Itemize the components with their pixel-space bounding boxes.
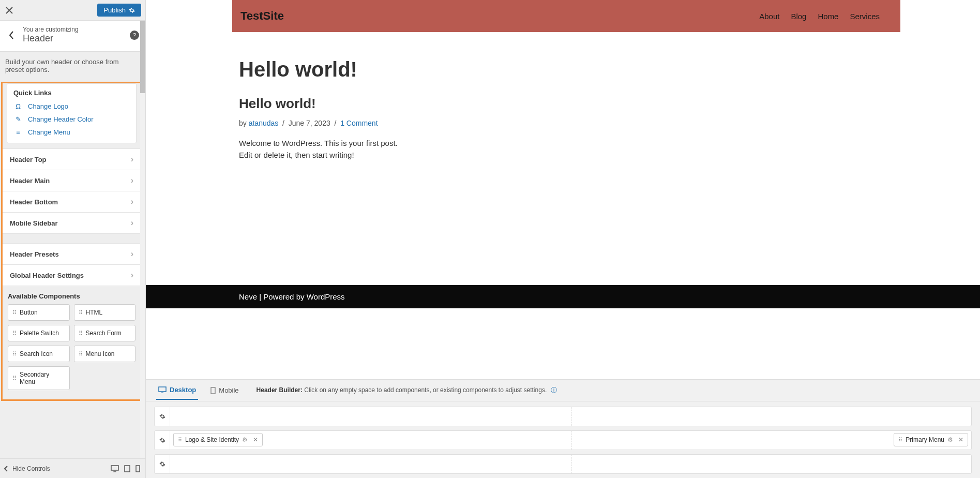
device-desktop-button[interactable]	[111, 465, 119, 472]
svg-rect-1	[125, 466, 130, 472]
tab-mobile[interactable]: Mobile	[208, 381, 240, 399]
preview-area: TestSite About Blog Home Services Hello …	[146, 0, 980, 478]
slot-remove-icon[interactable]: ✕	[253, 436, 258, 443]
component-label: Secondary Menu	[20, 371, 65, 385]
component-palette-switch[interactable]: ⠿Palette Switch	[8, 325, 70, 341]
chevron-right-icon: ›	[131, 218, 133, 228]
tab-label: Mobile	[219, 386, 238, 394]
page-title: Hello world!	[239, 58, 980, 81]
tablet-icon	[124, 465, 130, 472]
section-global-header-settings[interactable]: Global Header Settings ›	[3, 265, 141, 286]
gear-icon	[159, 437, 165, 443]
quick-links-panel: Quick Links Ω Change Logo ✎ Change Heade…	[7, 83, 137, 143]
builder-row-bottom[interactable]	[154, 454, 972, 474]
slot-logo-identity[interactable]: ⠿ Logo & Site Identity ⚙ ✕	[173, 433, 263, 446]
row-settings-button[interactable]	[155, 407, 170, 426]
panel-header: You are customizing Header ?	[0, 21, 145, 52]
builder-row-top[interactable]	[154, 407, 972, 426]
hide-controls-button[interactable]: Hide Controls	[3, 465, 50, 472]
component-menu-icon[interactable]: ⠿Menu Icon	[74, 346, 136, 362]
desktop-icon	[158, 386, 167, 394]
nav-link-home[interactable]: Home	[818, 12, 838, 21]
section-header-top[interactable]: Header Top ›	[3, 148, 141, 170]
gear-icon	[159, 461, 165, 467]
available-components-title: Available Components	[3, 286, 141, 304]
publish-button[interactable]: Publish	[97, 4, 141, 17]
chevron-right-icon: ›	[131, 155, 133, 164]
tab-label: Desktop	[170, 386, 196, 394]
comments-link[interactable]: 1 Comment	[340, 119, 378, 127]
row-settings-button[interactable]	[155, 431, 170, 450]
slot-label: Logo & Site Identity	[185, 436, 239, 443]
help-icon[interactable]: ?	[130, 31, 139, 40]
post-title[interactable]: Hello world!	[239, 96, 980, 112]
footer-wp-link[interactable]: WordPress	[307, 292, 345, 301]
tab-desktop[interactable]: Desktop	[156, 381, 198, 400]
component-label: Search Form	[86, 330, 122, 337]
sidebar-footer: Hide Controls	[0, 458, 145, 478]
info-icon[interactable]: ⓘ	[551, 386, 557, 394]
mobile-icon	[135, 465, 140, 472]
pencil-icon: ✎	[13, 115, 23, 123]
chevron-right-icon: ›	[131, 197, 133, 206]
svg-rect-3	[159, 387, 166, 392]
builder-hint: Header Builder: Click on any empty space…	[257, 386, 557, 395]
quick-link-change-header-color[interactable]: ✎ Change Header Color	[13, 113, 130, 126]
slot-settings-icon[interactable]: ⚙	[242, 436, 248, 443]
builder-tabs: Desktop Mobile Header Builder: Click on …	[146, 380, 980, 401]
component-search-icon[interactable]: ⠿Search Icon	[8, 346, 70, 362]
drag-icon: ⠿	[898, 437, 902, 443]
section-header-bottom[interactable]: Header Bottom ›	[3, 191, 141, 213]
nav-link-services[interactable]: Services	[850, 12, 880, 21]
sidebar-scrollbar[interactable]	[140, 21, 145, 458]
footer-theme-link[interactable]: Neve	[239, 292, 257, 301]
row-settings-button[interactable]	[155, 455, 170, 473]
chevron-right-icon: ›	[131, 249, 133, 259]
section-label: Header Main	[10, 177, 50, 185]
quick-link-change-logo[interactable]: Ω Change Logo	[13, 100, 130, 113]
chevron-right-icon: ›	[131, 271, 133, 280]
component-label: Button	[20, 309, 38, 316]
section-header-main[interactable]: Header Main ›	[3, 170, 141, 191]
svg-rect-4	[211, 387, 215, 394]
quick-link-change-menu[interactable]: ≡ Change Menu	[13, 126, 130, 139]
close-customizer-button[interactable]	[0, 0, 19, 21]
slot-primary-menu[interactable]: ⠿ Primary Menu ⚙ ✕	[894, 433, 968, 446]
svg-rect-2	[136, 466, 140, 472]
section-label: Mobile Sidebar	[10, 219, 57, 227]
component-label: Search Icon	[20, 350, 53, 357]
panel-description: Build your own header or choose from pre…	[0, 52, 145, 82]
post-meta: by atanudas / June 7, 2023 / 1 Comment	[239, 119, 980, 127]
slot-remove-icon[interactable]: ✕	[958, 436, 963, 443]
collapse-icon	[3, 466, 9, 472]
back-button[interactable]	[4, 31, 19, 39]
author-link[interactable]: atanudas	[249, 119, 279, 127]
slot-settings-icon[interactable]: ⚙	[947, 436, 953, 443]
sidebar-topbar: Publish	[0, 0, 145, 21]
drag-icon: ⠿	[79, 351, 83, 357]
device-tablet-button[interactable]	[124, 465, 130, 472]
component-secondary-menu[interactable]: ⠿Secondary Menu	[8, 366, 70, 390]
quick-link-label: Change Logo	[28, 102, 68, 110]
section-mobile-sidebar[interactable]: Mobile Sidebar ›	[3, 213, 141, 234]
drag-icon: ⠿	[79, 330, 83, 337]
quick-links-title: Quick Links	[13, 89, 130, 97]
section-header-presets[interactable]: Header Presets ›	[3, 243, 141, 265]
component-search-form[interactable]: ⠿Search Form	[74, 325, 136, 341]
section-label: Header Presets	[10, 250, 59, 258]
mobile-icon	[210, 387, 216, 394]
device-mobile-button[interactable]	[135, 465, 140, 472]
drag-icon: ⠿	[12, 330, 17, 337]
nav-link-about[interactable]: About	[759, 12, 779, 21]
close-icon	[6, 7, 13, 14]
builder-row-main[interactable]: ⠿ Logo & Site Identity ⚙ ✕ ⠿ Primary Men…	[154, 430, 972, 450]
component-html[interactable]: ⠿HTML	[74, 304, 136, 321]
omega-icon: Ω	[13, 102, 23, 110]
site-title[interactable]: TestSite	[240, 9, 284, 23]
svg-rect-0	[111, 466, 118, 470]
nav-link-blog[interactable]: Blog	[791, 12, 806, 21]
quick-link-label: Change Menu	[28, 128, 70, 136]
component-button[interactable]: ⠿Button	[8, 304, 70, 321]
site-nav: About Blog Home Services	[759, 12, 880, 21]
hide-controls-label: Hide Controls	[12, 465, 50, 472]
